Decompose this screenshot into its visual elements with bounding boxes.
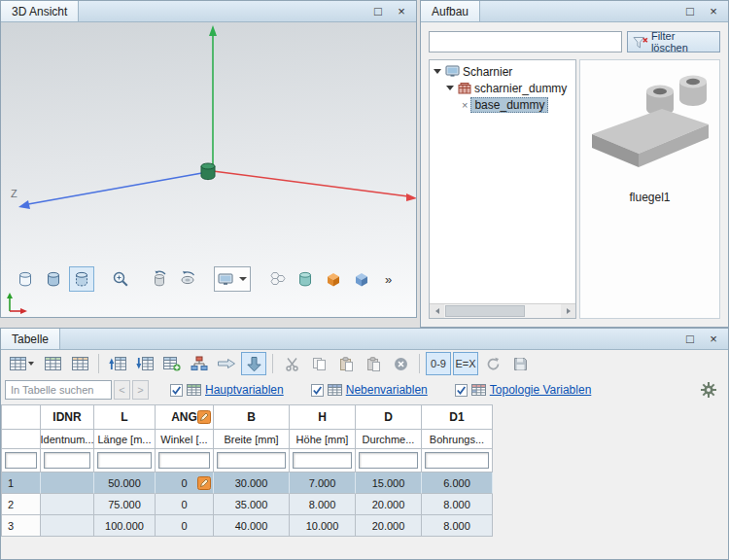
scientific-format-toggle[interactable]: E=X [453, 352, 478, 375]
insert-row-below-button[interactable] [132, 352, 157, 375]
cell-d1[interactable]: 8.000 [422, 515, 493, 537]
row-number[interactable]: 2 [2, 494, 41, 515]
edit-formula-button[interactable] [197, 410, 211, 424]
column-filter-input[interactable] [97, 452, 152, 469]
table-search-input[interactable] [5, 380, 112, 400]
3d-viewport-canvas[interactable]: Z [1, 22, 416, 317]
column-header-h[interactable]: H [290, 405, 356, 430]
structure-search-input[interactable] [429, 31, 622, 52]
cell-l[interactable]: 50.000 [94, 472, 156, 494]
column-header-l[interactable]: L [94, 405, 156, 430]
cell-d[interactable]: 20.000 [356, 515, 422, 537]
table-edit-button[interactable] [67, 352, 92, 375]
table-menu-button[interactable] [5, 352, 38, 375]
column-filter-input[interactable] [425, 452, 489, 469]
render-mode-button[interactable] [69, 266, 94, 292]
cell-idnr[interactable] [41, 494, 94, 515]
cell-ang[interactable]: 0 [156, 494, 214, 515]
column-filter-input[interactable] [359, 452, 418, 469]
column-filter-input[interactable] [293, 452, 352, 469]
cell-l[interactable]: 100.000 [94, 515, 156, 537]
paste-button[interactable] [333, 352, 359, 375]
maximize-icon[interactable]: □ [683, 332, 697, 347]
column-filter-input[interactable] [44, 452, 90, 469]
paste-special-button[interactable] [361, 352, 386, 375]
delete-row-button[interactable] [388, 352, 413, 375]
tree-item-root[interactable]: Scharnier [432, 63, 573, 80]
cell-idnr[interactable] [41, 472, 94, 494]
column-filter-input[interactable] [5, 452, 37, 469]
table-display-button[interactable] [40, 352, 65, 375]
row-number[interactable]: 1 [2, 472, 41, 494]
search-previous-button[interactable]: < [114, 380, 130, 400]
column-filter-input[interactable] [217, 452, 286, 469]
nebenvariablen-link[interactable]: Nebenvariablen [346, 383, 428, 397]
column-filter-input[interactable] [158, 452, 210, 469]
zoom-button[interactable] [108, 266, 133, 292]
search-next-button[interactable]: > [132, 380, 149, 400]
cut-button[interactable] [279, 352, 304, 375]
cell-ang[interactable]: 0 [156, 515, 214, 537]
edit-formula-button[interactable] [197, 476, 211, 490]
cell-d[interactable]: 15.000 [356, 472, 422, 494]
checkbox-checked-icon[interactable] [170, 384, 183, 397]
tree-item-label-selected[interactable]: base_dummy [470, 97, 548, 113]
cell-h[interactable]: 8.000 [290, 494, 356, 515]
column-header-idnr[interactable]: IDNR [41, 405, 94, 430]
cell-d[interactable]: 20.000 [356, 494, 422, 515]
structure-tree-button[interactable] [187, 352, 212, 375]
close-icon[interactable]: × [707, 332, 720, 347]
expander-icon[interactable] [434, 69, 441, 74]
row-number[interactable]: 3 [2, 515, 41, 537]
orange-box-button[interactable] [321, 266, 346, 292]
apply-row-to-part-button[interactable] [241, 352, 266, 375]
tree-item-part[interactable]: × base_dummy [432, 96, 573, 113]
cell-h[interactable]: 7.000 [290, 472, 356, 494]
wireframe-cylinder-button[interactable] [13, 266, 38, 292]
cell-ang[interactable]: 0 [156, 472, 214, 494]
blue-box-button[interactable] [349, 266, 374, 292]
maximize-icon[interactable]: □ [683, 4, 697, 19]
transfer-values-button[interactable] [214, 352, 239, 375]
hauptvariablen-filter-group[interactable]: Hauptvariablen [170, 383, 284, 397]
cell-l[interactable]: 75.000 [94, 494, 156, 515]
tree-item-assembly[interactable]: scharnier_dummy [432, 80, 573, 96]
save-button[interactable] [507, 352, 533, 375]
new-row-button[interactable] [159, 352, 185, 375]
cell-b[interactable]: 40.000 [214, 515, 290, 537]
mesh-display-button[interactable] [264, 266, 290, 292]
cell-b[interactable]: 35.000 [214, 494, 290, 515]
close-icon[interactable]: × [395, 4, 408, 19]
checkbox-checked-icon[interactable] [311, 384, 324, 397]
settings-gear-icon[interactable] [701, 382, 716, 398]
solid-cylinder-button[interactable] [293, 266, 318, 292]
column-header-b[interactable]: B [214, 405, 290, 430]
scrollbar-track[interactable] [444, 304, 561, 318]
topologie-variablen-link[interactable]: Topologie Variablen [490, 383, 592, 397]
cell-d1[interactable]: 6.000 [422, 472, 493, 494]
part-preview-tile[interactable]: fluegel1 [579, 59, 720, 319]
clear-filter-button[interactable]: Filter löschen [627, 31, 720, 52]
toolbar-overflow-button[interactable]: » [381, 272, 396, 287]
tree-item-label[interactable]: scharnier_dummy [471, 82, 570, 95]
top-view-button[interactable] [175, 266, 200, 292]
cell-h[interactable]: 10.000 [290, 515, 356, 537]
scrollbar-thumb[interactable] [445, 305, 525, 317]
refresh-button[interactable] [480, 352, 505, 375]
hauptvariablen-link[interactable]: Hauptvariablen [205, 383, 284, 397]
column-header-ang[interactable]: ANG [156, 405, 214, 430]
shaded-cylinder-button[interactable] [41, 266, 66, 292]
view-configuration-dropdown[interactable] [214, 266, 251, 292]
decimal-format-toggle[interactable]: 0-9 [426, 352, 451, 375]
insert-row-above-button[interactable] [105, 352, 130, 375]
column-header-d[interactable]: D [356, 405, 422, 430]
copy-button[interactable] [306, 352, 331, 375]
cell-b[interactable]: 30.000 [214, 472, 290, 494]
cell-idnr[interactable] [41, 515, 94, 537]
maximize-icon[interactable]: □ [371, 4, 385, 19]
tree-item-label[interactable]: Scharnier [460, 65, 515, 79]
topologie-filter-group[interactable]: Topologie Variablen [455, 383, 592, 397]
column-header-d1[interactable]: D1 [422, 405, 493, 430]
rotate-view-button[interactable] [147, 266, 172, 292]
cell-d1[interactable]: 8.000 [422, 494, 493, 515]
